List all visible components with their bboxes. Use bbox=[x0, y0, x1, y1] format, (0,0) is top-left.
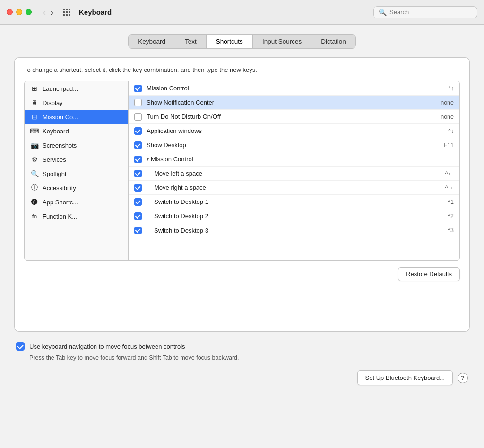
restore-defaults-button[interactable]: Restore Defaults bbox=[398, 267, 460, 281]
nav-checkbox-row: Use keyboard navigation to move focus be… bbox=[16, 342, 468, 351]
shortcut-key-move-right: ^→ bbox=[436, 184, 454, 191]
tab-dictation[interactable]: Dictation bbox=[311, 35, 355, 48]
bluetooth-keyboard-button[interactable]: Set Up Bluetooth Keyboard... bbox=[357, 370, 453, 385]
sidebar-item-function-keys[interactable]: fn Function K... bbox=[25, 209, 128, 223]
accessibility-icon: ⓘ bbox=[30, 184, 39, 192]
tab-input-sources[interactable]: Input Sources bbox=[253, 35, 311, 48]
instruction-text: To change a shortcut, select it, click t… bbox=[24, 66, 460, 73]
traffic-lights bbox=[7, 9, 32, 15]
shortcut-label-show-desktop: Show Desktop bbox=[147, 141, 434, 149]
shortcut-key-do-not-disturb: none bbox=[431, 114, 454, 120]
forward-button[interactable]: › bbox=[49, 7, 55, 18]
shortcut-checkbox-show-desktop[interactable] bbox=[134, 141, 142, 149]
shortcut-checkbox-move-right[interactable] bbox=[134, 184, 142, 192]
nav-arrows: ‹ › bbox=[41, 7, 55, 18]
shortcut-checkbox-do-not-disturb[interactable] bbox=[134, 113, 142, 121]
screenshots-icon: 📷 bbox=[30, 141, 39, 149]
shortcut-checkbox-mission-control[interactable] bbox=[134, 85, 142, 92]
panel: To change a shortcut, select it, click t… bbox=[14, 57, 470, 332]
shortcut-checkbox-notification-center[interactable] bbox=[134, 99, 142, 106]
sidebar-item-services[interactable]: ⚙ Services bbox=[25, 152, 128, 167]
sidebar-item-accessibility[interactable]: ⓘ Accessibility bbox=[25, 181, 128, 195]
shortcut-checkbox-desktop-3[interactable] bbox=[134, 227, 142, 234]
shortcut-checkbox-move-left[interactable] bbox=[134, 170, 142, 177]
shortcut-row-move-left[interactable]: Move left a space ^← bbox=[129, 167, 459, 181]
shortcut-label-move-left: Move left a space bbox=[147, 170, 436, 177]
shortcut-row-app-windows[interactable]: Application windows ^↓ bbox=[129, 124, 459, 138]
shortcut-row-desktop-1[interactable]: Switch to Desktop 1 ^1 bbox=[129, 195, 459, 209]
tab-text[interactable]: Text bbox=[175, 35, 207, 48]
shortcut-key-app-windows: ^↓ bbox=[439, 128, 454, 134]
app-grid-icon[interactable] bbox=[63, 9, 70, 16]
shortcut-key-notification-center: none bbox=[431, 99, 454, 106]
sidebar-item-label-mission-control: Mission Co... bbox=[43, 114, 78, 121]
sidebar-item-app-shortcuts[interactable]: 🅐 App Shortc... bbox=[25, 195, 128, 209]
maximize-button[interactable] bbox=[26, 9, 32, 15]
display-icon: 🖥 bbox=[30, 98, 39, 107]
shortcut-label-app-windows: Application windows bbox=[147, 127, 439, 134]
search-icon: 🔍 bbox=[379, 9, 387, 16]
shortcut-checkbox-desktop-1[interactable] bbox=[134, 198, 142, 206]
app-shortcuts-icon: 🅐 bbox=[30, 198, 39, 206]
close-button[interactable] bbox=[7, 9, 13, 15]
sidebar-item-mission-control[interactable]: ⊟ Mission Co... bbox=[25, 110, 128, 124]
keyboard-icon: ⌨ bbox=[30, 127, 39, 135]
search-bar[interactable]: 🔍 bbox=[373, 6, 477, 18]
shortcut-checkbox-app-windows[interactable] bbox=[134, 127, 142, 135]
shortcut-row-move-right[interactable]: Move right a space ^→ bbox=[129, 181, 459, 195]
shortcut-row-mission-control-section[interactable]: ▾ Mission Control bbox=[129, 152, 459, 167]
nav-keyboard-label: Use keyboard navigation to move focus be… bbox=[29, 343, 185, 350]
shortcut-label-move-right: Move right a space bbox=[147, 184, 436, 191]
sidebar-item-label-display: Display bbox=[43, 99, 63, 106]
main-content: Keyboard Text Shortcuts Input Sources Di… bbox=[0, 25, 484, 448]
nav-keyboard-checkbox[interactable] bbox=[16, 342, 25, 351]
shortcut-label-do-not-disturb: Turn Do Not Disturb On/Off bbox=[147, 113, 431, 120]
shortcut-checkbox-mission-control-section[interactable] bbox=[134, 156, 142, 163]
shortcut-label-mission-control-section: Mission Control bbox=[151, 156, 454, 163]
shortcut-key-show-desktop: F11 bbox=[434, 142, 454, 149]
shortcut-checkbox-desktop-2[interactable] bbox=[134, 212, 142, 220]
shortcut-row-show-desktop[interactable]: Show Desktop F11 bbox=[129, 138, 459, 152]
sidebar-item-label-launchpad: Launchpad... bbox=[43, 85, 78, 92]
shortcut-label-desktop-3: Switch to Desktop 3 bbox=[147, 227, 438, 234]
sidebar-item-label-services: Services bbox=[43, 156, 66, 163]
nav-keyboard-description: Press the Tab key to move focus forward … bbox=[16, 354, 468, 361]
sidebar-item-screenshots[interactable]: 📷 Screenshots bbox=[25, 138, 128, 152]
titlebar: ‹ › Keyboard 🔍 bbox=[0, 0, 484, 25]
sidebar-item-label-function-keys: Function K... bbox=[43, 213, 77, 220]
restore-area: Restore Defaults bbox=[24, 267, 460, 281]
sidebar-item-spotlight[interactable]: 🔍 Spotlight bbox=[25, 167, 128, 181]
mission-control-icon: ⊟ bbox=[30, 113, 39, 121]
shortcut-row-notification-center[interactable]: Show Notification Center none bbox=[129, 96, 459, 110]
tab-bar: Keyboard Text Shortcuts Input Sources Di… bbox=[14, 34, 470, 49]
shortcut-label-mission-control: Mission Control bbox=[147, 85, 439, 92]
launchpad-icon: ⊞ bbox=[30, 84, 39, 93]
help-button[interactable]: ? bbox=[458, 373, 468, 383]
chevron-down-icon: ▾ bbox=[147, 157, 149, 162]
shortcut-row-desktop-2[interactable]: Switch to Desktop 2 ^2 bbox=[129, 209, 459, 223]
spotlight-icon: 🔍 bbox=[30, 169, 39, 178]
tab-keyboard[interactable]: Keyboard bbox=[129, 35, 175, 48]
sidebar-item-label-screenshots: Screenshots bbox=[43, 142, 77, 149]
sidebar-item-label-accessibility: Accessibility bbox=[43, 184, 76, 192]
search-input[interactable] bbox=[389, 9, 472, 16]
back-button[interactable]: ‹ bbox=[41, 7, 48, 18]
shortcut-key-desktop-1: ^1 bbox=[438, 199, 454, 205]
minimize-button[interactable] bbox=[16, 9, 22, 15]
tab-shortcuts[interactable]: Shortcuts bbox=[207, 35, 253, 48]
services-icon: ⚙ bbox=[30, 155, 39, 164]
shortcut-row-desktop-3[interactable]: Switch to Desktop 3 ^3 bbox=[129, 223, 459, 237]
shortcut-key-mission-control: ^↑ bbox=[439, 85, 454, 92]
panel-body: ⊞ Launchpad... 🖥 Display ⊟ Mission Co...… bbox=[24, 81, 460, 261]
function-keys-icon: fn bbox=[30, 212, 39, 220]
sidebar-item-launchpad[interactable]: ⊞ Launchpad... bbox=[25, 81, 128, 96]
shortcut-row-mission-control[interactable]: Mission Control ^↑ bbox=[129, 81, 459, 96]
window-title: Keyboard bbox=[79, 8, 112, 16]
sidebar-item-label-spotlight: Spotlight bbox=[43, 170, 67, 177]
sidebar-item-display[interactable]: 🖥 Display bbox=[25, 96, 128, 110]
footer: Set Up Bluetooth Keyboard... ? bbox=[14, 370, 470, 385]
shortcut-key-desktop-3: ^3 bbox=[438, 227, 454, 234]
shortcut-row-do-not-disturb[interactable]: Turn Do Not Disturb On/Off none bbox=[129, 110, 459, 124]
sidebar-item-keyboard[interactable]: ⌨ Keyboard bbox=[25, 124, 128, 138]
bottom-section: Use keyboard navigation to move focus be… bbox=[14, 342, 470, 361]
